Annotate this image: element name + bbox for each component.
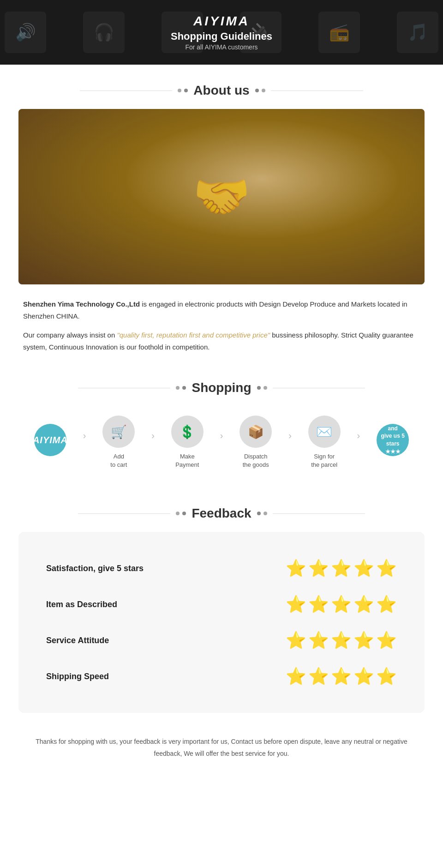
feedback-row-shipping: Shipping Speed ⭐ ⭐ ⭐ ⭐ ⭐ [46,658,397,694]
satisfaction-label: Satisfaction, give 5 stars [46,564,144,573]
shipping-label: Shipping Speed [46,672,109,681]
star12: ⭐ [308,631,329,650]
divider-right [271,90,363,91]
star1: ⭐ [286,559,306,578]
star14: ⭐ [353,631,374,650]
feedback-divider-right [273,513,365,514]
feedback-section: Satisfaction, give 5 stars ⭐ ⭐ ⭐ ⭐ ⭐ Ite… [0,532,443,713]
star7: ⭐ [308,595,329,614]
arrow-1: › [82,430,87,441]
header-title: Shopping Guidelines [171,30,272,42]
arrow-3: › [219,430,224,441]
star19: ⭐ [353,667,374,686]
cart-icon: 🛒 [102,416,135,448]
star11: ⭐ [286,631,306,650]
flow-step-cart: 🛒 Addto cart [87,416,150,469]
bg-icon-5: 📻 [318,12,360,53]
feedback-row-described: Item as Described ⭐ ⭐ ⭐ ⭐ ⭐ [46,586,397,622]
service-label: Service Attitude [46,636,109,645]
star2: ⭐ [308,559,329,578]
fdot2 [182,512,186,515]
flow-step-sign: ✉️ Sign forthe parcel [293,416,356,469]
sdot1 [176,386,180,390]
shopping-dots-right [257,386,267,390]
header-subtitle: For all AIYIMA customers [171,43,272,51]
star5: ⭐ [376,559,397,578]
bg-icon-1: 🔊 [5,12,46,53]
about-section-header: About us [0,83,443,98]
shopping-section: AIYIMA › 🛒 Addto cart › 💲 MakePayment › … [0,406,443,488]
payment-label: MakePayment [175,452,199,469]
shopping-dots-left [176,386,186,390]
flow-step-payment: 💲 MakePayment [156,416,219,469]
described-label: Item as Described [46,600,117,609]
cart-label: Addto cart [110,452,127,469]
about-paragraph-2: Our company always insist on "quality fi… [18,329,425,353]
confirm-icon: Confirm andgive us 5 stars★★★★★ [377,424,409,456]
satisfaction-stars: ⭐ ⭐ ⭐ ⭐ ⭐ [286,559,397,578]
flow-step-aiyima: AIYIMA [18,424,82,461]
star13: ⭐ [331,631,352,650]
star20: ⭐ [376,667,397,686]
described-stars: ⭐ ⭐ ⭐ ⭐ ⭐ [286,595,397,614]
dispatch-icon: 📦 [239,416,272,448]
service-stars: ⭐ ⭐ ⭐ ⭐ ⭐ [286,631,397,650]
divider-left [80,90,172,91]
about-section: Shenzhen Yima Technology Co.,Ltd is enga… [0,109,443,353]
sign-label: Sign forthe parcel [311,452,337,469]
fdot3 [257,512,261,515]
about-paragraph-1: Shenzhen Yima Technology Co.,Ltd is enga… [18,298,425,322]
star3: ⭐ [331,559,352,578]
fdot4 [263,512,267,515]
sdot4 [263,386,267,390]
sign-icon: ✉️ [308,416,341,448]
arrow-5: › [356,430,361,441]
arrow-2: › [150,430,156,441]
payment-icon: 💲 [171,416,204,448]
feedback-title: Feedback [192,506,251,521]
flow-step-confirm: Confirm andgive us 5 stars★★★★★ [361,424,425,461]
brand-name-text: Shenzhen Yima Technology Co.,Ltd [23,300,140,308]
dot4 [262,89,265,92]
shopping-divider-left [78,388,170,388]
feedback-dots-right [257,512,267,515]
sdot2 [182,386,186,390]
star6: ⭐ [286,595,306,614]
fdot1 [176,512,180,515]
aiyima-icon: AIYIMA [34,424,66,456]
arrow-4: › [287,430,293,441]
footer-text: Thanks for shopping with us, your feedba… [36,738,407,757]
star18: ⭐ [331,667,352,686]
shopping-divider-right [273,388,365,388]
star15: ⭐ [376,631,397,650]
handshake-photo [18,109,425,284]
about-quote: "quality first, reputation first and com… [117,331,270,339]
feedback-card: Satisfaction, give 5 stars ⭐ ⭐ ⭐ ⭐ ⭐ Ite… [18,532,425,713]
star8: ⭐ [331,595,352,614]
sdot3 [257,386,261,390]
flow-step-dispatch: 📦 Dispatchthe goods [224,416,287,469]
dots-left [178,89,188,92]
star9: ⭐ [353,595,374,614]
feedback-divider-left [78,513,170,514]
feedback-section-header: Feedback [0,506,443,521]
dots-right [255,89,265,92]
shopping-title: Shopping [192,380,251,395]
about-p2-intro: Our company always insist on [23,331,117,339]
about-image [18,109,425,284]
bg-icon-6: 🎵 [397,12,438,53]
dot3 [255,89,259,92]
bg-icon-2: 🎧 [83,12,125,53]
feedback-dots-left [176,512,186,515]
shopping-flow: AIYIMA › 🛒 Addto cart › 💲 MakePayment › … [18,406,425,488]
brand-logo: AIYIMA [171,14,272,29]
star16: ⭐ [286,667,306,686]
shipping-stars: ⭐ ⭐ ⭐ ⭐ ⭐ [286,667,397,686]
header: 🔊 🎧 🔌 📻 🎵 AIYIMA Shopping Guidelines For… [0,0,443,65]
shopping-section-header: Shopping [0,380,443,395]
feedback-row-service: Service Attitude ⭐ ⭐ ⭐ ⭐ ⭐ [46,622,397,658]
star10: ⭐ [376,595,397,614]
dot2 [184,89,188,92]
feedback-row-satisfaction: Satisfaction, give 5 stars ⭐ ⭐ ⭐ ⭐ ⭐ [46,550,397,586]
dot1 [178,89,181,92]
